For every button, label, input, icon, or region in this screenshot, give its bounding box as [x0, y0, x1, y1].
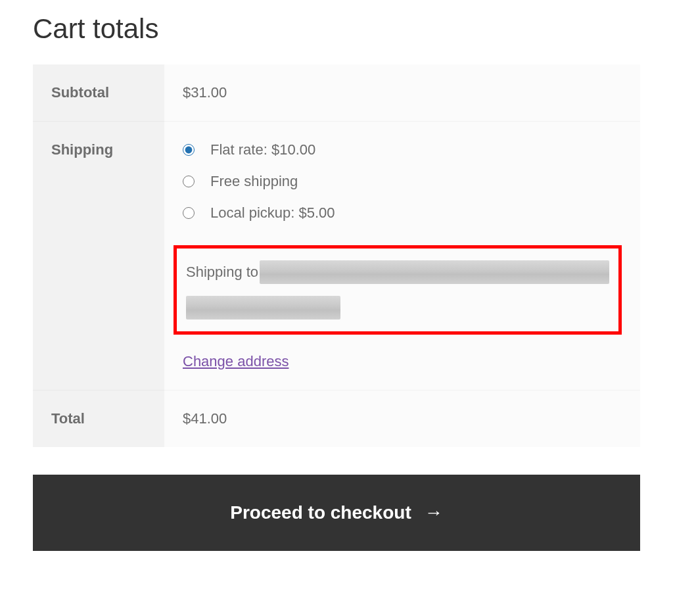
shipping-radio-local-pickup[interactable] — [183, 207, 195, 219]
shipping-to-label: Shipping to — [186, 264, 258, 281]
change-address-link[interactable]: Change address — [183, 353, 289, 369]
cart-totals-heading: Cart totals — [33, 13, 640, 45]
shipping-option-local-pickup[interactable]: Local pickup: $5.00 — [183, 204, 622, 222]
arrow-right-icon: → — [425, 502, 443, 523]
shipping-row: Shipping Flat rate: $10.00 Free shipping… — [33, 122, 640, 391]
subtotal-label: Subtotal — [33, 64, 164, 122]
shipping-to-highlight-box: Shipping to — [174, 245, 622, 335]
total-value: $41.00 — [164, 391, 640, 448]
shipping-to-line-1: Shipping to — [186, 260, 609, 284]
shipping-option-label: Local pickup: $5.00 — [210, 204, 335, 222]
redacted-address-part-1 — [260, 260, 609, 284]
shipping-cell: Flat rate: $10.00 Free shipping Local pi… — [164, 122, 640, 391]
cart-totals-table: Subtotal $31.00 Shipping Flat rate: $10.… — [33, 64, 640, 447]
checkout-button-label: Proceed to checkout — [230, 502, 411, 523]
total-label: Total — [33, 391, 164, 448]
shipping-label: Shipping — [33, 122, 164, 391]
shipping-option-free[interactable]: Free shipping — [183, 173, 622, 190]
shipping-radio-flat-rate[interactable] — [183, 144, 195, 156]
proceed-to-checkout-button[interactable]: Proceed to checkout → — [33, 475, 640, 551]
shipping-option-label: Free shipping — [210, 173, 298, 190]
shipping-option-label: Flat rate: $10.00 — [210, 141, 315, 158]
shipping-options-list: Flat rate: $10.00 Free shipping Local pi… — [183, 141, 622, 222]
subtotal-row: Subtotal $31.00 — [33, 64, 640, 122]
total-row: Total $41.00 — [33, 391, 640, 448]
shipping-radio-free[interactable] — [183, 176, 195, 187]
redacted-address-part-2 — [186, 296, 340, 320]
subtotal-value: $31.00 — [164, 64, 640, 122]
shipping-option-flat-rate[interactable]: Flat rate: $10.00 — [183, 141, 622, 158]
